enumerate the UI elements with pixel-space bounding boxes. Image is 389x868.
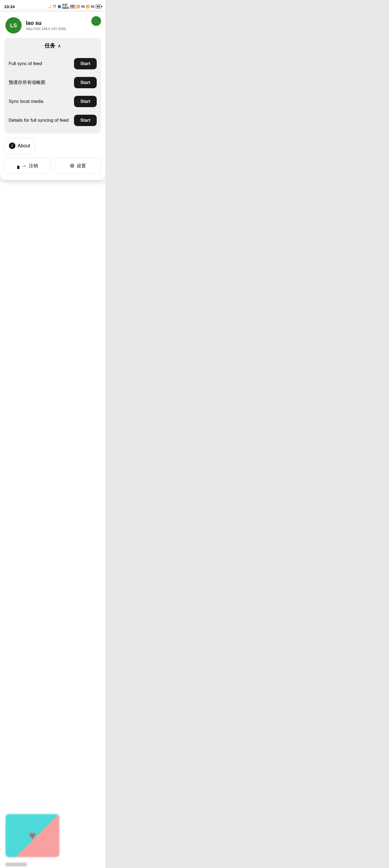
settings-label: 设置 [77, 163, 86, 169]
start-button-cache-thumbnails[interactable]: Start [74, 77, 97, 88]
task-label-sync-local-media: Sync local media [9, 98, 74, 104]
logout-button[interactable]: ▖→ 注销 [4, 158, 51, 174]
5g2-icon: 5G [91, 5, 94, 8]
info-icon: i [9, 143, 16, 149]
task-row-details-full-sync: Details for full syncing of feedStart [9, 112, 97, 129]
task-list: Full sync of feedStart预缓存所有缩略图StartSync … [9, 55, 97, 129]
battery-indicator: 84 [95, 4, 101, 9]
status-icons: 🌙 ⏰ 🔵 0.07KB/S HD 📶 5G 📶 5G 84 [48, 3, 101, 9]
status-bar: 23:24 🌙 ⏰ 🔵 0.07KB/S HD 📶 5G 📶 5G 84 [0, 0, 105, 12]
logout-icon: ▖→ [17, 162, 27, 169]
status-time: 23:24 [4, 4, 15, 9]
bg-label-placeholder [5, 863, 27, 866]
about-label: About [18, 143, 30, 149]
hd-icon: HD [70, 5, 75, 8]
action-buttons: ▖→ 注销 ⚙ 设置 [4, 158, 101, 174]
task-row-sync-local-media: Sync local mediaStart [9, 93, 97, 111]
user-info: lao su http://192.168.0.197:3068 [26, 20, 100, 31]
tasks-section: 任务 ∧ Full sync of feedStart预缓存所有缩略图Start… [4, 38, 101, 133]
bg-bottom-content: ♥ [0, 809, 105, 868]
user-header: LS lao su http://192.168.0.197:3068 × [0, 12, 105, 38]
5g-icon: 5G [81, 5, 85, 8]
alarm-icon: ⏰ [53, 5, 56, 8]
modal-container: LS lao su http://192.168.0.197:3068 × 任务… [0, 12, 105, 180]
tasks-chevron-icon: ∧ [58, 43, 61, 49]
page-wrapper: 23:24 🌙 ⏰ 🔵 0.07KB/S HD 📶 5G 📶 5G 84 LS [0, 0, 105, 868]
task-label-details-full-sync: Details for full syncing of feed [9, 117, 74, 123]
gear-icon: ⚙ [70, 162, 75, 169]
task-row-cache-thumbnails: 预缓存所有缩略图Start [9, 74, 97, 92]
start-button-full-sync-feed[interactable]: Start [74, 58, 97, 69]
user-avatar: LS [5, 17, 22, 33]
start-button-details-full-sync[interactable]: Start [74, 115, 97, 126]
start-button-sync-local-media[interactable]: Start [74, 96, 97, 107]
online-indicator [91, 16, 101, 26]
logout-label: 注销 [29, 163, 38, 169]
user-name: lao su [26, 20, 100, 26]
bluetooth-icon: 🔵 [58, 5, 61, 8]
heart-icon: ♥ [29, 829, 36, 842]
moon-icon: 🌙 [48, 5, 52, 8]
tasks-title: 任务 [45, 42, 55, 50]
signal-bars: 📶 [86, 5, 90, 8]
about-button[interactable]: i About [4, 138, 35, 154]
signal-text: 0.07KB/S [62, 3, 69, 9]
settings-button[interactable]: ⚙ 设置 [54, 158, 101, 174]
wifi-icon: 📶 [77, 5, 80, 8]
task-row-full-sync-feed: Full sync of feedStart [9, 55, 97, 72]
tasks-header: 任务 ∧ [9, 42, 97, 50]
task-label-cache-thumbnails: 预缓存所有缩略图 [9, 80, 74, 86]
user-url: http://192.168.0.197:3068 [26, 27, 100, 31]
task-label-full-sync-feed: Full sync of feed [9, 61, 74, 67]
bg-card-image: ♥ [5, 814, 59, 857]
